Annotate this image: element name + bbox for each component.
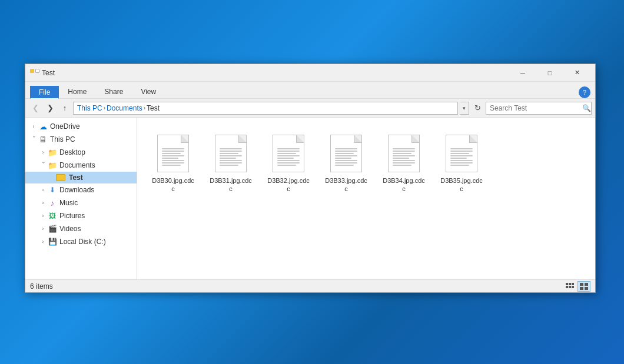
expand-arrow-local-disk: › bbox=[39, 238, 47, 245]
sidebar-label-desktop: Desktop bbox=[59, 148, 85, 156]
tab-file[interactable]: File bbox=[30, 86, 59, 99]
file-name-2: D3B31.jpg.cdcc bbox=[209, 176, 253, 193]
svg-rect-4 bbox=[569, 286, 571, 288]
svg-rect-1 bbox=[569, 283, 571, 285]
tab-view[interactable]: View bbox=[132, 85, 165, 98]
doc-line bbox=[277, 160, 300, 161]
doc-line bbox=[393, 160, 415, 161]
svg-rect-8 bbox=[580, 287, 583, 290]
sidebar-item-desktop[interactable]: › 📁 Desktop bbox=[25, 146, 137, 159]
doc-line bbox=[220, 151, 242, 152]
doc-line bbox=[335, 158, 351, 159]
file-item[interactable]: D3B33.jpg.cdcc bbox=[320, 127, 373, 198]
sidebar-item-onedrive[interactable]: › ☁ OneDrive bbox=[25, 120, 137, 133]
doc-line bbox=[393, 148, 415, 149]
expand-arrow-desktop: › bbox=[39, 149, 47, 156]
sidebar-label-this-pc: This PC bbox=[50, 135, 75, 143]
breadcrumb-arrow-1: › bbox=[104, 105, 105, 111]
sidebar-item-pictures[interactable]: › 🖼 Pictures bbox=[25, 209, 137, 222]
doc-line bbox=[277, 162, 300, 163]
doc-lines-2 bbox=[220, 148, 242, 166]
doc-lines-5 bbox=[393, 148, 415, 166]
expand-arrow-pictures: › bbox=[39, 212, 47, 219]
doc-line bbox=[220, 153, 238, 154]
sidebar-label-music: Music bbox=[59, 199, 78, 207]
file-icon-3 bbox=[271, 133, 306, 174]
sidebar-item-local-disk[interactable]: › 💾 Local Disk (C:) bbox=[25, 235, 137, 248]
doc-lines-4 bbox=[335, 148, 357, 166]
icon-sq-yellow bbox=[30, 69, 34, 73]
forward-button[interactable]: ❯ bbox=[44, 102, 57, 115]
minimize-button[interactable]: ─ bbox=[509, 64, 536, 82]
address-input[interactable]: This PC › Documents › Test bbox=[73, 102, 458, 115]
sidebar-item-test[interactable]: Test bbox=[25, 172, 137, 183]
file-icon-5 bbox=[386, 133, 421, 174]
doc-icon-3 bbox=[273, 135, 304, 172]
doc-line bbox=[220, 165, 238, 166]
doc-icon-2 bbox=[215, 135, 247, 172]
search-input[interactable] bbox=[486, 104, 582, 112]
doc-line bbox=[393, 153, 411, 154]
doc-line bbox=[162, 155, 184, 156]
file-name-4: D3B33.jpg.cdcc bbox=[324, 176, 368, 193]
refresh-button[interactable]: ↻ bbox=[471, 102, 484, 115]
file-item[interactable]: D3B31.jpg.cdcc bbox=[204, 127, 257, 198]
doc-line bbox=[220, 155, 242, 156]
close-button[interactable]: ✕ bbox=[563, 64, 590, 82]
doc-icon-1 bbox=[157, 135, 189, 172]
help-button[interactable]: ? bbox=[579, 86, 590, 98]
expand-arrow-music: › bbox=[39, 199, 47, 206]
music-icon: ♪ bbox=[48, 198, 57, 208]
up-button[interactable]: ↑ bbox=[58, 102, 71, 115]
doc-line bbox=[393, 158, 409, 159]
desktop-icon: 📁 bbox=[48, 148, 57, 157]
view-details-button[interactable] bbox=[563, 281, 576, 292]
doc-lines-6 bbox=[450, 148, 473, 166]
status-bar: 6 items bbox=[25, 279, 595, 292]
maximize-button[interactable]: □ bbox=[536, 64, 563, 82]
breadcrumb-this-pc[interactable]: This PC bbox=[77, 104, 102, 112]
tab-home[interactable]: Home bbox=[59, 85, 95, 98]
sidebar-item-videos[interactable]: › 🎬 Videos bbox=[25, 222, 137, 235]
search-box: 🔍 bbox=[486, 102, 592, 115]
doc-lines-1 bbox=[162, 148, 184, 166]
doc-line bbox=[450, 148, 473, 149]
doc-line bbox=[277, 148, 300, 149]
doc-line bbox=[277, 155, 300, 156]
back-button[interactable]: ❮ bbox=[29, 102, 42, 115]
file-item[interactable]: D3B35.jpg.cdcc bbox=[435, 127, 488, 198]
doc-line bbox=[277, 165, 296, 166]
file-item[interactable]: D3B32.jpg.cdcc bbox=[262, 127, 315, 198]
sidebar-item-this-pc[interactable]: › 🖥 This PC bbox=[25, 133, 137, 146]
address-dropdown[interactable]: ▾ bbox=[460, 102, 469, 115]
sidebar-item-documents[interactable]: › 📁 Documents bbox=[25, 159, 137, 172]
sidebar-item-music[interactable]: › ♪ Music bbox=[25, 196, 137, 209]
search-submit-button[interactable]: 🔍 bbox=[582, 102, 591, 115]
downloads-icon: ⬇ bbox=[48, 185, 57, 195]
doc-line bbox=[335, 165, 354, 166]
file-item[interactable]: D3B34.jpg.cdcc bbox=[377, 127, 430, 198]
doc-line bbox=[277, 151, 300, 152]
ribbon: File Home Share View ? bbox=[25, 82, 595, 99]
doc-line bbox=[335, 162, 357, 163]
tab-share[interactable]: Share bbox=[95, 85, 132, 98]
file-name-6: D3B35.jpg.cdcc bbox=[440, 176, 483, 193]
local-disk-icon: 💾 bbox=[48, 237, 57, 246]
file-item[interactable]: D3B30.jpg.cdcc bbox=[147, 127, 200, 198]
file-name-3: D3B32.jpg.cdcc bbox=[267, 176, 310, 193]
expand-arrow-onedrive: › bbox=[30, 123, 37, 130]
title-bar-controls: ─ □ ✕ bbox=[509, 64, 590, 82]
view-large-button[interactable] bbox=[577, 281, 590, 292]
sidebar-label-local-disk: Local Disk (C:) bbox=[59, 238, 106, 246]
doc-line bbox=[393, 151, 415, 152]
large-view-icon bbox=[580, 283, 588, 290]
svg-rect-2 bbox=[572, 283, 574, 285]
doc-line bbox=[335, 155, 357, 156]
sidebar-label-videos: Videos bbox=[59, 225, 81, 233]
onedrive-icon: ☁ bbox=[38, 122, 48, 131]
svg-rect-6 bbox=[580, 283, 583, 286]
videos-icon: 🎬 bbox=[48, 224, 57, 233]
ribbon-tabs: File Home Share View ? bbox=[25, 82, 595, 98]
breadcrumb-documents[interactable]: Documents bbox=[107, 104, 142, 112]
sidebar-item-downloads[interactable]: › ⬇ Downloads bbox=[25, 183, 137, 196]
